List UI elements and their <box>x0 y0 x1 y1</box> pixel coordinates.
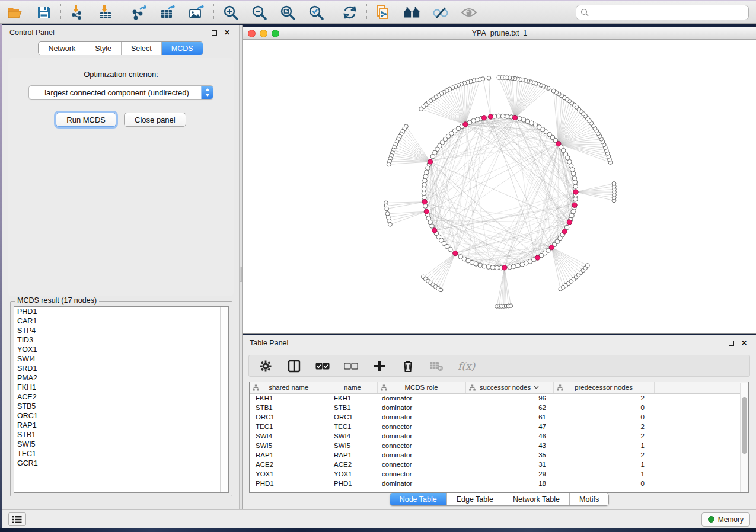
network-node[interactable] <box>570 213 575 218</box>
search-box[interactable] <box>576 5 749 20</box>
add-column-icon[interactable] <box>372 359 387 373</box>
select-all-checkboxes-icon[interactable] <box>315 359 330 373</box>
mcds-result-item[interactable]: STP4 <box>14 326 228 335</box>
memory-button[interactable]: Memory <box>701 512 750 527</box>
network-node[interactable] <box>448 247 453 252</box>
network-node[interactable] <box>419 107 423 111</box>
splitter-grip[interactable] <box>240 267 242 282</box>
zoom-fit-icon[interactable] <box>279 4 296 21</box>
network-node[interactable] <box>571 172 576 177</box>
network-node[interactable] <box>505 114 509 119</box>
table-row[interactable]: ORC1ORC1dominator610 <box>250 412 749 422</box>
mcds-result-item[interactable]: SWI5 <box>14 440 228 449</box>
table-scrollbar[interactable] <box>740 383 748 492</box>
network-node[interactable] <box>423 174 428 179</box>
network-node[interactable] <box>387 162 391 166</box>
optimization-criterion-select[interactable]: largest connected component (undirected) <box>28 85 213 100</box>
close-panel-button[interactable]: Close panel <box>124 113 186 127</box>
mcds-hub-node[interactable] <box>453 251 458 255</box>
table-row[interactable]: ACE2ACE2connector311 <box>250 460 749 469</box>
table-row[interactable]: FKH1FKH1dominator962 <box>250 393 749 403</box>
mcds-hub-node[interactable] <box>428 159 432 164</box>
network-node[interactable] <box>422 191 426 196</box>
import-network-icon[interactable] <box>69 4 86 21</box>
table-row[interactable]: TEC1TEC1connector472 <box>250 422 749 431</box>
mcds-result-item[interactable]: PMA2 <box>14 373 228 383</box>
table-row[interactable]: RAP1RAP1dominator352 <box>250 450 749 460</box>
mcds-hub-node[interactable] <box>432 228 437 233</box>
table-row[interactable]: STB1STB1dominator620 <box>250 403 749 412</box>
new-network-from-selection-icon[interactable] <box>375 4 392 21</box>
mcds-result-item[interactable]: STB1 <box>14 430 228 440</box>
save-session-icon[interactable] <box>36 4 52 21</box>
settings-gear-icon[interactable] <box>259 359 273 373</box>
mcds-result-item[interactable]: SWI4 <box>14 354 228 364</box>
tab-style[interactable]: Style <box>85 42 122 55</box>
network-node[interactable] <box>422 182 427 187</box>
close-window-icon[interactable] <box>248 30 256 37</box>
tab-select[interactable]: Select <box>122 42 162 55</box>
mcds-hub-node[interactable] <box>572 203 577 207</box>
mcds-hub-node[interactable] <box>512 115 517 120</box>
network-node[interactable] <box>573 197 578 201</box>
mcds-result-item[interactable]: GCR1 <box>14 459 228 468</box>
mcds-result-item[interactable]: SRD1 <box>14 364 228 373</box>
node-table[interactable]: shared namenameMCDS rolesuccessor nodesp… <box>249 382 749 493</box>
split-columns-icon[interactable] <box>287 359 301 373</box>
network-node[interactable] <box>388 222 393 226</box>
tab-node-table[interactable]: Node Table <box>390 493 447 505</box>
network-node[interactable] <box>439 288 443 292</box>
mcds-result-item[interactable]: TEC1 <box>14 449 228 459</box>
network-node[interactable] <box>495 265 499 270</box>
mcds-hub-node[interactable] <box>422 200 427 204</box>
network-node[interactable] <box>497 76 501 80</box>
mcds-result-item[interactable]: TID3 <box>14 335 228 345</box>
table-row[interactable]: SWI4SWI4dominator462 <box>250 431 749 441</box>
column-header-MCDS-role[interactable]: MCDS role <box>377 382 465 393</box>
minimize-window-icon[interactable] <box>260 30 267 37</box>
network-node[interactable] <box>385 207 389 211</box>
close-panel-icon[interactable]: ✕ <box>222 28 232 37</box>
column-header-predecessor-nodes[interactable]: predecessor nodes <box>553 382 654 393</box>
mcds-hub-node[interactable] <box>562 229 567 234</box>
network-node[interactable] <box>430 224 435 229</box>
export-table-icon[interactable] <box>160 4 177 21</box>
mcds-hub-node[interactable] <box>424 209 429 214</box>
mcds-result-item[interactable]: ACE2 <box>14 392 228 402</box>
network-node[interactable] <box>482 264 487 268</box>
mcds-hub-node[interactable] <box>488 114 493 119</box>
network-node[interactable] <box>481 77 485 81</box>
mcds-result-item[interactable]: RAP1 <box>14 421 228 430</box>
tab-network[interactable]: Network <box>39 42 85 55</box>
zoom-in-icon[interactable] <box>222 4 239 21</box>
network-node[interactable] <box>572 176 577 181</box>
tab-network-table[interactable]: Network Table <box>503 493 570 505</box>
network-node[interactable] <box>430 154 435 159</box>
network-node[interactable] <box>478 263 483 268</box>
mcds-hub-node[interactable] <box>549 245 554 249</box>
maximize-window-icon[interactable] <box>272 30 279 37</box>
mcds-result-item[interactable]: YOX1 <box>14 345 228 354</box>
network-titlebar[interactable]: YPA_prune.txt_1 <box>243 27 756 40</box>
network-node[interactable] <box>508 265 512 270</box>
column-header-name[interactable]: name <box>328 382 377 393</box>
search-input[interactable] <box>592 8 744 17</box>
network-node[interactable] <box>573 180 578 185</box>
network-node[interactable] <box>490 265 495 270</box>
hide-selected-icon[interactable] <box>432 4 449 21</box>
column-header-successor-nodes[interactable]: successor nodes <box>465 382 553 393</box>
column-header-shared-name[interactable]: shared name <box>250 382 328 393</box>
tab-motifs[interactable]: Motifs <box>570 493 608 505</box>
table-row[interactable]: PHD1PHD1dominator180 <box>250 479 749 488</box>
network-node[interactable] <box>426 166 430 171</box>
network-node[interactable] <box>425 170 429 175</box>
mcds-result-item[interactable]: FKH1 <box>14 383 228 392</box>
tab-edge-table[interactable]: Edge Table <box>447 493 503 505</box>
table-row[interactable]: YOX1YOX1connector291 <box>250 469 749 479</box>
mcds-hub-node[interactable] <box>535 255 540 260</box>
close-table-panel-icon[interactable]: ✕ <box>739 338 749 348</box>
network-node[interactable] <box>512 264 516 269</box>
export-image-icon[interactable] <box>189 4 205 21</box>
network-node[interactable] <box>521 118 526 123</box>
tab-mcds[interactable]: MCDS <box>162 42 203 55</box>
